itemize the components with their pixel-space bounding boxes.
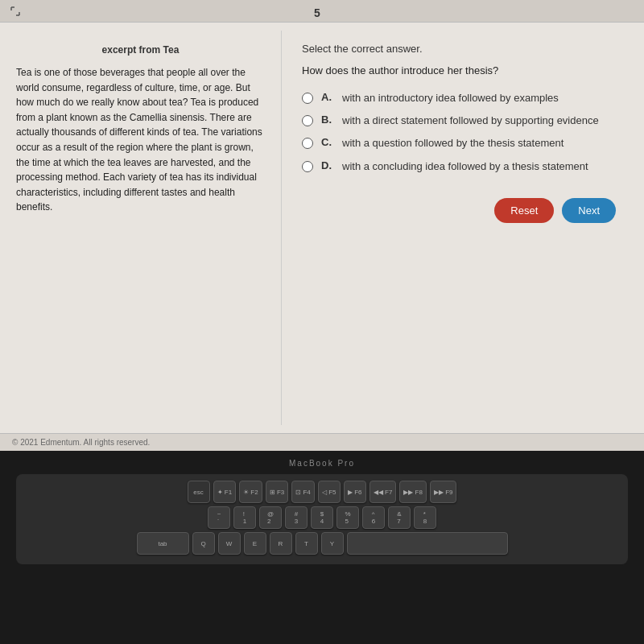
option-d-text: with a concluding idea followed by a the…	[342, 159, 588, 174]
keyboard-area: MacBook Pro esc ✦ F1 ☀ F2 ⊞ F3 ⊡ F4 ◁ F5…	[0, 451, 644, 644]
key-3[interactable]: #3	[285, 506, 308, 529]
question-number: 5	[314, 6, 320, 19]
footer-text: © 2021 Edmentum. All rights reserved.	[12, 438, 150, 447]
key-f9[interactable]: ▶▶ F9	[430, 481, 457, 503]
option-b-letter: B.	[321, 114, 334, 126]
button-row: Reset Next	[302, 198, 624, 223]
key-f8[interactable]: ▶▶ F8	[399, 481, 427, 503]
option-c-text: with a question followed by the thesis s…	[342, 136, 564, 151]
key-f4[interactable]: ⊡ F4	[291, 481, 315, 503]
key-7[interactable]: &7	[388, 506, 411, 529]
excerpt-title-prefix: excerpt from	[102, 44, 163, 56]
option-a[interactable]: A. with an introductory idea followed by…	[302, 91, 624, 105]
key-2[interactable]: @2	[259, 506, 282, 529]
key-8[interactable]: *8	[414, 506, 436, 529]
footer-bar: © 2021 Edmentum. All rights reserved.	[0, 433, 644, 451]
top-bar: 5	[0, 0, 644, 23]
screen: 5 excerpt from Tea Tea is one of those b…	[0, 0, 644, 451]
option-d[interactable]: D. with a concluding idea followed by a …	[302, 159, 624, 174]
right-panel: Select the correct answer. How does the …	[282, 31, 644, 425]
key-tilde[interactable]: ~`	[208, 506, 230, 529]
option-b-text: with a direct statement followed by supp…	[342, 114, 599, 128]
brand-label: MacBook Pro	[289, 459, 355, 468]
key-esc[interactable]: esc	[188, 481, 210, 503]
question-text: How does the author introduce her thesis…	[302, 64, 624, 76]
key-r[interactable]: R	[270, 532, 292, 555]
key-5[interactable]: %5	[336, 506, 359, 529]
keyboard: esc ✦ F1 ☀ F2 ⊞ F3 ⊡ F4 ◁ F5 ▶ F6 ◀◀ F7 …	[16, 474, 628, 564]
function-key-row: esc ✦ F1 ☀ F2 ⊞ F3 ⊡ F4 ◁ F5 ▶ F6 ◀◀ F7 …	[23, 481, 621, 503]
option-a-letter: A.	[321, 91, 334, 103]
key-f7[interactable]: ◀◀ F7	[369, 481, 397, 503]
left-panel: excerpt from Tea Tea is one of those bev…	[0, 31, 282, 425]
reset-button[interactable]: Reset	[494, 198, 554, 223]
option-d-letter: D.	[321, 159, 334, 171]
key-w[interactable]: W	[218, 532, 241, 555]
option-c[interactable]: C. with a question followed by the thesi…	[302, 136, 624, 151]
radio-d[interactable]	[302, 161, 313, 172]
radio-b[interactable]	[302, 115, 313, 126]
radio-a[interactable]	[302, 93, 313, 104]
option-c-letter: C.	[321, 136, 334, 148]
instruction-text: Select the correct answer.	[302, 43, 624, 55]
excerpt-title-bold: Tea	[163, 44, 180, 56]
radio-c[interactable]	[302, 138, 313, 149]
content-area: excerpt from Tea Tea is one of those bev…	[0, 23, 644, 433]
answer-options: A. with an introductory idea followed by…	[302, 91, 624, 174]
key-1[interactable]: !1	[233, 506, 256, 529]
key-e[interactable]: E	[244, 532, 266, 555]
key-4[interactable]: $4	[311, 506, 333, 529]
key-space[interactable]	[347, 532, 508, 555]
key-t[interactable]: T	[295, 532, 318, 555]
number-key-row: ~` !1 @2 #3 $4 %5 ^6 &7 *8	[23, 506, 621, 529]
option-b[interactable]: B. with a direct statement followed by s…	[302, 114, 624, 128]
excerpt-body: Tea is one of those beverages that peopl…	[16, 65, 265, 215]
key-tab[interactable]: tab	[137, 532, 189, 555]
expand-icon[interactable]	[8, 4, 23, 19]
spacebar-row: tab Q W E R T Y	[23, 532, 621, 555]
key-f2[interactable]: ☀ F2	[239, 481, 262, 503]
next-button[interactable]: Next	[562, 198, 616, 223]
option-a-text: with an introductory idea followed by ex…	[342, 91, 559, 105]
key-f1[interactable]: ✦ F1	[213, 481, 237, 503]
excerpt-title: excerpt from Tea	[16, 43, 265, 57]
key-q[interactable]: Q	[192, 532, 215, 555]
key-f5[interactable]: ◁ F5	[318, 481, 341, 503]
key-6[interactable]: ^6	[362, 506, 385, 529]
key-y[interactable]: Y	[321, 532, 344, 555]
key-f6[interactable]: ▶ F6	[344, 481, 366, 503]
key-f3[interactable]: ⊞ F3	[266, 481, 289, 503]
